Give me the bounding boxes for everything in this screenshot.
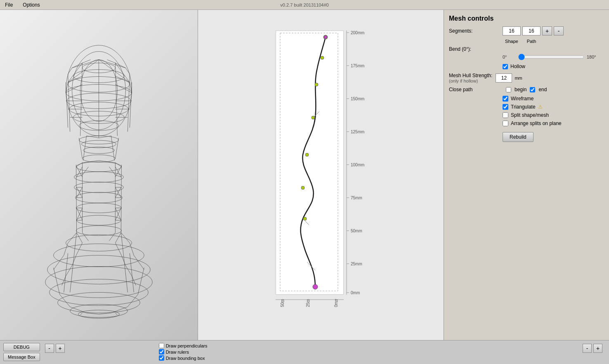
svg-line-25 — [99, 60, 126, 68]
hull-value-input[interactable] — [496, 73, 512, 83]
bend-slider[interactable] — [518, 54, 584, 60]
svg-line-82 — [68, 233, 77, 243]
view-3d[interactable] — [0, 10, 198, 340]
slider-row: 0° 180° — [503, 54, 604, 60]
draw-perp-checkbox[interactable] — [159, 343, 164, 348]
svg-text:200mm: 200mm — [351, 31, 364, 35]
svg-point-53 — [74, 172, 124, 182]
shape-segments-input[interactable] — [503, 26, 521, 35]
close-end-checkbox[interactable] — [530, 87, 535, 92]
svg-line-97 — [109, 233, 115, 241]
right-zoom-plus-button[interactable]: + — [593, 344, 602, 353]
svg-point-58 — [76, 226, 122, 236]
view-path[interactable]: 200mm 175mm 150mm 125mm 100mm 75mm 50mm … — [198, 10, 444, 340]
svg-point-74 — [58, 292, 140, 313]
svg-line-50 — [83, 136, 87, 161]
panel-title: Mesh controls — [449, 15, 604, 22]
segments-label: Segments: — [449, 28, 503, 34]
svg-rect-131 — [280, 33, 338, 291]
bend-min-label: 0° — [503, 54, 516, 59]
svg-line-64 — [115, 163, 121, 167]
svg-point-139 — [313, 284, 318, 289]
close-begin-checkbox[interactable] — [506, 87, 511, 92]
wireframe-checkbox[interactable] — [503, 96, 508, 102]
hull-label: Mesh Hull Strength: — [449, 73, 492, 78]
arrange-checkbox[interactable] — [503, 121, 508, 126]
split-row: Split shape/mesh — [503, 112, 604, 118]
svg-line-92 — [87, 313, 99, 314]
segments-plus-button[interactable]: + — [542, 26, 552, 35]
svg-line-106 — [83, 167, 89, 175]
left-zoom-plus-button[interactable]: + — [56, 344, 65, 353]
draw-perp-row: Draw perpendiculars — [159, 343, 579, 348]
draw-rulers-row: Draw rulers — [159, 349, 579, 355]
svg-line-24 — [72, 60, 99, 68]
hollow-checkbox[interactable] — [503, 64, 508, 69]
svg-point-72 — [45, 267, 152, 298]
svg-point-46 — [83, 147, 115, 154]
svg-line-90 — [70, 307, 87, 313]
svg-line-143 — [313, 111, 319, 118]
menubar: File Options v0.2.7 built 20131104#0 — [0, 0, 609, 10]
svg-point-47 — [83, 155, 116, 162]
svg-point-137 — [301, 186, 304, 189]
svg-line-88 — [60, 294, 70, 307]
triangulate-warning-icon: ⚠ — [538, 104, 543, 110]
path-segments-input[interactable] — [522, 26, 541, 35]
segments-minus-button[interactable]: - — [554, 26, 564, 35]
svg-line-89 — [127, 294, 138, 307]
main-content: 200mm 175mm 150mm 125mm 100mm 75mm 50mm … — [0, 10, 609, 340]
svg-line-49 — [115, 138, 118, 158]
right-zoom-minus-button[interactable]: - — [583, 344, 592, 353]
svg-text:75mm: 75mm — [351, 196, 362, 200]
svg-point-134 — [315, 83, 318, 86]
draw-perp-label: Draw perpendiculars — [166, 343, 208, 348]
svg-line-94 — [77, 233, 83, 243]
draw-rulers-checkbox[interactable] — [159, 349, 164, 355]
svg-line-51 — [111, 136, 114, 161]
triangulate-row: Triangulate ⚠ — [503, 104, 604, 110]
svg-line-100 — [72, 255, 76, 266]
bend-label-row: Bend (0°): — [449, 46, 604, 52]
close-end-label: end — [538, 87, 547, 92]
svg-point-133 — [321, 56, 324, 59]
bottom-left: DEBUG Message Box — [3, 343, 40, 361]
split-checkbox[interactable] — [503, 112, 508, 118]
hull-row: Mesh Hull Strength: (only if hollow) mm — [449, 73, 604, 83]
svg-text:125mm: 125mm — [351, 130, 364, 134]
shape-label: Shape — [503, 39, 521, 44]
draw-bbox-checkbox[interactable] — [159, 355, 164, 361]
svg-point-69 — [66, 235, 132, 251]
svg-line-83 — [121, 233, 130, 243]
hull-unit: mm — [515, 76, 522, 80]
svg-text:25mm: 25mm — [306, 299, 310, 307]
rebuild-button[interactable]: Rebuild — [503, 132, 533, 142]
file-menu[interactable]: File — [0, 1, 18, 9]
svg-line-15 — [127, 74, 130, 132]
left-zoom-minus-button[interactable]: - — [45, 344, 54, 353]
arrange-label: Arrange splits on plane — [511, 121, 562, 126]
options-menu[interactable]: Options — [18, 1, 45, 9]
svg-line-91 — [111, 307, 127, 313]
bottom-bar: DEBUG Message Box - + Draw perpendicular… — [0, 340, 609, 364]
svg-line-86 — [54, 255, 64, 270]
svg-line-95 — [115, 233, 121, 243]
svg-text:0mm: 0mm — [334, 299, 338, 307]
svg-line-101 — [121, 255, 125, 266]
svg-text:0mm: 0mm — [351, 291, 360, 295]
right-panel: Mesh controls Segments: + - Shape Path B… — [444, 10, 609, 340]
draw-bbox-label: Draw bounding box — [166, 356, 205, 361]
svg-line-96 — [83, 233, 89, 241]
bend-label: Bend (0°): — [449, 46, 503, 52]
bend-row: Bend (0°): 0° 180° — [449, 46, 604, 60]
svg-line-103 — [125, 266, 132, 276]
svg-text:175mm: 175mm — [351, 64, 364, 68]
debug-button[interactable]: DEBUG — [3, 343, 40, 351]
segment-inputs: + - — [503, 26, 564, 35]
svg-point-71 — [47, 255, 150, 284]
path-label: Path — [522, 39, 541, 44]
bend-max-label: 180° — [587, 54, 600, 59]
triangulate-checkbox[interactable] — [503, 104, 508, 110]
svg-line-63 — [76, 163, 83, 167]
message-box-button[interactable]: Message Box — [3, 353, 40, 361]
